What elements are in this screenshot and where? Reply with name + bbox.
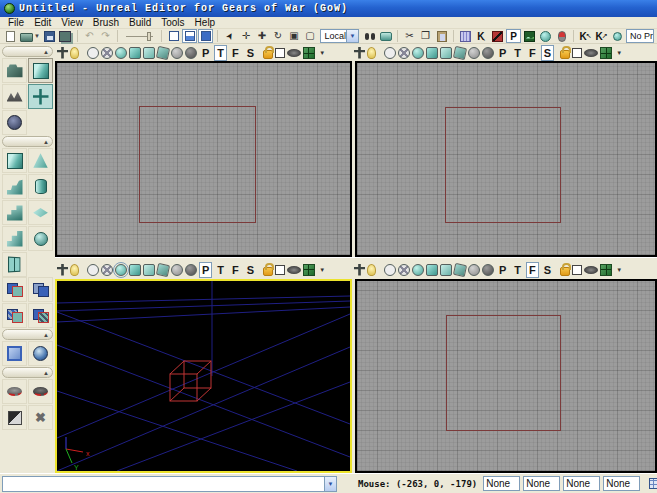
slider-handle[interactable] [147, 32, 151, 41]
detail-lighting-mode-icon[interactable] [440, 47, 452, 59]
viewport-bottom-right[interactable] [355, 279, 657, 473]
grid-size-icon[interactable] [649, 478, 657, 489]
cylinder-brush-button[interactable] [28, 174, 53, 199]
lighting-icon[interactable] [70, 264, 79, 276]
open-kismet-button[interactable]: K˛ [474, 29, 489, 43]
lit-mode-icon[interactable] [129, 264, 141, 276]
new-map-button[interactable] [3, 29, 18, 43]
perspective-mode-button[interactable]: P [199, 46, 212, 60]
realtime-icon[interactable] [57, 47, 68, 59]
top-mode-button[interactable]: T [214, 45, 227, 61]
properties-combo[interactable]: No Pr [626, 29, 654, 43]
lighting-only-mode-icon[interactable] [156, 262, 170, 276]
camera-speed-slider[interactable] [126, 30, 154, 42]
shader-complexity-mode-icon[interactable] [482, 47, 494, 59]
menu-file[interactable]: File [3, 17, 29, 28]
volumetric-brush-button[interactable] [2, 252, 27, 277]
search-button[interactable] [610, 29, 625, 43]
builder-brush-outline[interactable] [446, 315, 561, 431]
texture-align-mode-button[interactable] [2, 110, 27, 135]
lit-mode-icon[interactable] [426, 47, 438, 59]
detail-lighting-mode-icon[interactable] [440, 264, 452, 276]
viewport-options-icon[interactable] [303, 264, 315, 276]
delete-button[interactable]: ✖ [28, 405, 53, 430]
viewport-top-left[interactable] [55, 61, 352, 257]
stats-button[interactable] [522, 29, 537, 43]
invert-selection-button[interactable] [2, 405, 27, 430]
lighting-icon[interactable] [367, 264, 376, 276]
viewport-dropdown-arrow-icon[interactable]: ▼ [616, 50, 622, 56]
sphere-brush-button[interactable] [28, 226, 53, 251]
lighting-only-mode-icon[interactable] [453, 262, 467, 276]
texture-density-mode-icon[interactable] [171, 47, 183, 59]
top-mode-button[interactable]: T [214, 263, 227, 277]
maximize-viewport-icon[interactable] [275, 265, 285, 275]
unlit-mode-icon[interactable] [412, 47, 424, 59]
status-combo-arrow-icon[interactable]: ▼ [324, 477, 336, 491]
perspective-mode-button[interactable]: P [496, 46, 509, 60]
lock-viewport-icon[interactable] [560, 50, 570, 59]
snap-grid-button[interactable] [458, 29, 473, 43]
save-map-button[interactable] [42, 29, 57, 43]
scale-tool-button[interactable]: ▣ [286, 29, 301, 43]
uniform-scale-tool-button[interactable]: ▢ [302, 29, 317, 43]
wireframe-mode-icon[interactable] [384, 47, 396, 59]
translate-tool-button[interactable]: ✚ [254, 29, 269, 43]
open-matinee-button[interactable] [490, 29, 505, 43]
viewport-options-icon[interactable] [600, 264, 612, 276]
side-mode-button[interactable]: S [244, 46, 257, 60]
csg-section-collapse-button[interactable]: ▲ [2, 329, 53, 340]
save-all-button[interactable] [58, 29, 73, 43]
texture-density-mode-icon[interactable] [468, 264, 480, 276]
detail-lighting-mode-icon[interactable] [143, 47, 155, 59]
redo-button[interactable]: ↷ [98, 29, 113, 43]
open-dropdown-arrow-icon[interactable]: ▼ [34, 33, 40, 39]
status-slot-2[interactable]: None [523, 476, 560, 491]
texture-density-mode-icon[interactable] [468, 47, 480, 59]
menu-brush[interactable]: Brush [88, 17, 124, 28]
cone-brush-button[interactable] [28, 148, 53, 173]
next-widget-button[interactable]: K↗ [594, 29, 609, 43]
viewport-dropdown-arrow-icon[interactable]: ▼ [319, 267, 325, 273]
builder-brush-outline[interactable] [445, 107, 561, 223]
perspective-mode-button[interactable]: P [199, 262, 212, 278]
open-map-button[interactable]: ▼ [19, 29, 41, 43]
csg-subtract-button[interactable] [28, 277, 53, 302]
prev-widget-button[interactable]: K↖ [578, 29, 593, 43]
viewport-perspective[interactable]: x Y [55, 279, 352, 473]
menu-help[interactable]: Help [190, 17, 221, 28]
viewport-options-icon[interactable] [600, 47, 612, 59]
paste-button[interactable] [434, 29, 449, 43]
unlit-mode-icon[interactable] [412, 264, 424, 276]
shader-complexity-mode-icon[interactable] [185, 264, 197, 276]
maximize-viewport-icon[interactable] [572, 265, 582, 275]
status-slot-4[interactable]: None [603, 476, 640, 491]
status-slot-1[interactable]: None [483, 476, 520, 491]
translate-mode-button[interactable] [28, 84, 53, 109]
unlit-mode-icon[interactable] [115, 264, 127, 276]
play-in-editor-button[interactable]: P [506, 29, 521, 43]
top-mode-button[interactable]: T [511, 263, 524, 277]
build-geometry-button[interactable] [538, 29, 553, 43]
realtime-icon[interactable] [354, 264, 365, 276]
show-flags-eye-icon[interactable] [584, 49, 598, 57]
lock-viewport-icon[interactable] [263, 267, 273, 276]
special-brush-button[interactable] [2, 341, 27, 366]
brush-wireframe-mode-icon[interactable] [398, 264, 410, 276]
build-all-button[interactable] [554, 29, 569, 43]
status-slot-3[interactable]: None [563, 476, 600, 491]
lighting-icon[interactable] [70, 47, 79, 59]
csg-add-button[interactable] [2, 277, 27, 302]
menu-view[interactable]: View [56, 17, 88, 28]
lighting-only-mode-icon[interactable] [156, 45, 170, 59]
shader-complexity-mode-icon[interactable] [185, 47, 197, 59]
menu-tools[interactable]: Tools [156, 17, 189, 28]
curved-stair-brush-button[interactable] [2, 174, 27, 199]
linear-stair-brush-button[interactable] [2, 226, 27, 251]
lighting-icon[interactable] [367, 47, 376, 59]
detail-lighting-mode-icon[interactable] [143, 264, 155, 276]
unlit-mode-icon[interactable] [115, 47, 127, 59]
csg-intersect-button[interactable] [2, 303, 27, 328]
perspective-mode-button[interactable]: P [496, 263, 509, 277]
show-flags-eye-icon[interactable] [584, 266, 598, 274]
